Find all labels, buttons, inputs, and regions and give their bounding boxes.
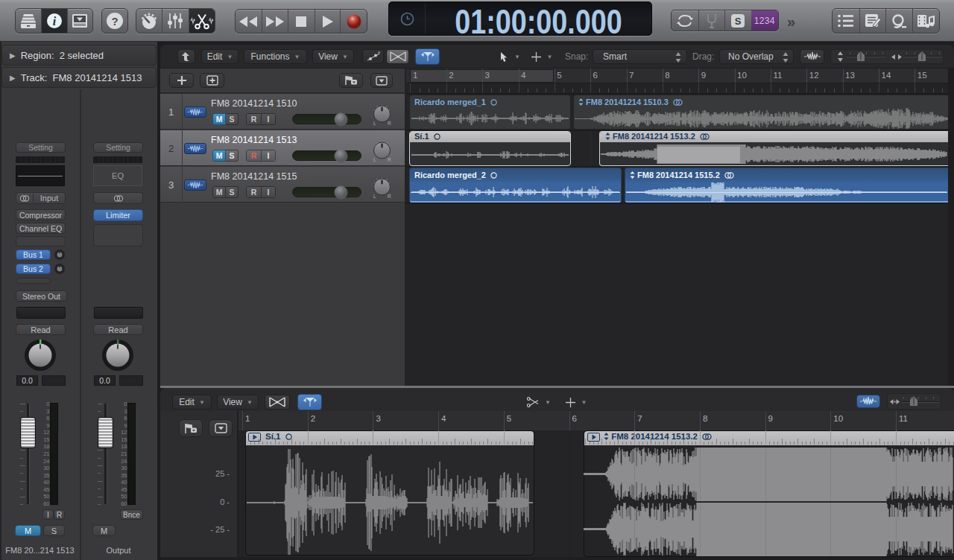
svg-text:?: ? bbox=[111, 15, 118, 28]
svg-text:S: S bbox=[735, 16, 742, 27]
svg-text:L: L bbox=[373, 157, 376, 162]
svg-text:R: R bbox=[388, 194, 391, 199]
svg-text:L: L bbox=[373, 121, 376, 126]
svg-text:R: R bbox=[388, 157, 391, 162]
svg-text:i: i bbox=[53, 15, 57, 28]
svg-text:L: L bbox=[373, 194, 376, 199]
svg-text:R: R bbox=[388, 121, 391, 126]
